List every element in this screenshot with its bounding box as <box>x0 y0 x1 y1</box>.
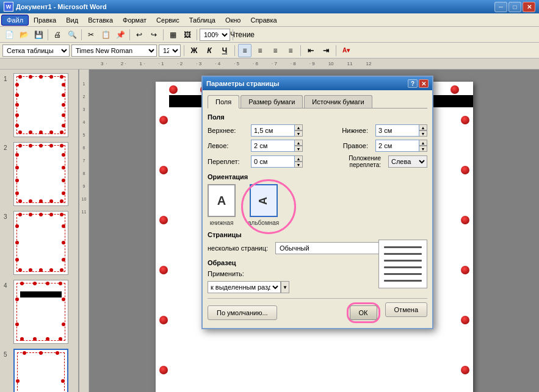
page-thumbnail-2[interactable] <box>13 142 68 206</box>
sep-format3 <box>300 45 301 56</box>
top-down[interactable]: ▼ <box>294 130 303 137</box>
gutter-value[interactable]: 0 см <box>251 155 295 168</box>
page-setup-dialog: Параметры страницы ? ✕ Поля Размер бумаг… <box>201 76 433 329</box>
bottom-up[interactable]: ▲ <box>419 124 427 130</box>
bold-button[interactable]: Ж <box>187 44 201 57</box>
align-center-button[interactable]: ≡ <box>253 44 267 57</box>
menu-window[interactable]: Окно <box>220 15 246 25</box>
close-button[interactable]: ✕ <box>523 2 535 12</box>
undo-button[interactable]: ↩ <box>132 28 146 41</box>
orientation-buttons: A книжная A альбомная <box>208 184 427 226</box>
maximize-button[interactable]: □ <box>508 2 521 12</box>
separator5 <box>197 29 197 40</box>
preview-line-4 <box>384 266 422 268</box>
menu-insert[interactable]: Вставка <box>83 15 118 25</box>
bottom-down[interactable]: ▼ <box>419 130 427 137</box>
menu-tools[interactable]: Сервис <box>151 15 184 25</box>
align-right-button[interactable]: ≡ <box>269 44 282 57</box>
left-label: Левое: <box>208 142 247 149</box>
menu-table[interactable]: Таблица <box>184 15 220 25</box>
underline-button[interactable]: Ч <box>218 44 231 57</box>
thumb-border-1 <box>16 76 65 134</box>
open-button[interactable]: 📂 <box>17 28 31 41</box>
cancel-button[interactable]: Отмена <box>385 302 427 317</box>
apply-label: Применить: <box>208 270 244 277</box>
right-up[interactable]: ▲ <box>419 140 427 146</box>
left-value[interactable]: 2 см <box>251 140 295 152</box>
insert-table-button[interactable]: ▦ <box>166 28 179 41</box>
gutter-down[interactable]: ▼ <box>294 162 303 168</box>
menu-edit[interactable]: Правка <box>29 15 61 25</box>
ok-button[interactable]: ОК <box>350 305 377 320</box>
apply-input-row: к выделенным раздел ▼ <box>208 281 289 293</box>
font-select[interactable]: Times New Roman <box>71 45 157 57</box>
copy-button[interactable]: 📋 <box>99 28 112 41</box>
left-down[interactable]: ▼ <box>294 146 303 152</box>
page-thumbnail-4[interactable] <box>13 280 68 344</box>
paste-button[interactable]: 📌 <box>114 28 127 41</box>
menu-format[interactable]: Формат <box>118 15 151 25</box>
bottom-value[interactable]: 3 см <box>375 124 419 137</box>
dialog-body: Поля Размер бумаги Источник бумаги Поля … <box>203 90 432 328</box>
top-value[interactable]: 1,5 см <box>251 124 295 137</box>
dialog-titlebar: Параметры страницы ? ✕ <box>203 77 432 90</box>
gutter-pos-select[interactable]: Слева <box>388 155 427 168</box>
tab-paper-size[interactable]: Размер бумаги <box>241 95 303 108</box>
zoom-group: 100% <box>200 29 230 41</box>
indent-inc-button[interactable]: ⇥ <box>319 44 333 57</box>
minimize-button[interactable]: ─ <box>494 2 507 12</box>
page-thumbnail-1[interactable] <box>13 73 68 137</box>
align-justify-button[interactable]: ≡ <box>284 44 297 57</box>
reading-view-label: Чтение <box>230 30 255 39</box>
zoom-select[interactable]: 100% <box>200 29 230 41</box>
redo-button[interactable]: ↪ <box>147 28 161 41</box>
gutter-up[interactable]: ▲ <box>294 155 303 162</box>
print-button[interactable]: 🖨 <box>51 28 64 41</box>
new-button[interactable]: 📄 <box>2 28 16 41</box>
apply-select[interactable]: к выделенным раздел <box>208 281 281 293</box>
apply-dropdown-btn[interactable]: ▼ <box>281 281 289 293</box>
menu-file[interactable]: Файл <box>1 15 29 26</box>
align-left-button[interactable]: ≡ <box>238 44 251 57</box>
thumb-container-2: 2 <box>4 142 74 206</box>
save-button[interactable]: 💾 <box>32 28 45 41</box>
thumb-apples-right-1 <box>62 80 67 130</box>
landscape-button[interactable]: A альбомная <box>248 184 279 226</box>
left-right-row: Левое: 2 см ▲ ▼ Правое: 2 см <box>208 140 427 152</box>
right-input-group: 2 см ▲ ▼ <box>375 140 427 152</box>
ok-cancel-group: ОК Отмена <box>347 302 427 323</box>
left-up[interactable]: ▲ <box>294 140 303 146</box>
preview-line-2 <box>384 253 422 255</box>
indent-dec-button[interactable]: ⇤ <box>304 44 317 57</box>
thumb-number-5: 5 <box>4 351 11 358</box>
default-button[interactable]: По умолчанию... <box>208 305 277 320</box>
separator4 <box>163 29 164 40</box>
right-value[interactable]: 2 см <box>375 140 419 152</box>
separator3 <box>129 29 130 40</box>
italic-button[interactable]: К <box>203 44 216 57</box>
font-color-button[interactable]: A▾ <box>339 44 353 57</box>
portrait-icon: A <box>208 184 236 217</box>
gutter-pos-label: Положение переплета: <box>324 155 385 168</box>
top-label: Верхнее: <box>208 127 247 134</box>
menu-help[interactable]: Справка <box>245 15 281 25</box>
page-thumbnail-3[interactable] <box>13 211 68 275</box>
right-down[interactable]: ▼ <box>419 146 427 152</box>
font-size-select[interactable]: 12 <box>159 45 181 57</box>
style-select[interactable]: Сетка таблицы <box>2 45 70 57</box>
cut-button[interactable]: ✂ <box>84 28 98 41</box>
print-preview-button[interactable]: 🔍 <box>65 28 79 41</box>
tab-paper-source[interactable]: Источник бумаги <box>304 95 372 108</box>
dialog-close-button[interactable]: ✕ <box>419 79 429 88</box>
tab-fields[interactable]: Поля <box>208 95 239 109</box>
top-up[interactable]: ▲ <box>294 124 303 130</box>
insert-image-button[interactable]: 🖼 <box>181 28 194 41</box>
reading-view-button[interactable]: Чтение <box>236 28 249 41</box>
bottom-input-group: 3 см ▲ ▼ <box>375 124 427 137</box>
menu-view[interactable]: Вид <box>61 15 83 25</box>
apply-row: Применить: <box>208 270 289 277</box>
portrait-button[interactable]: A книжная <box>208 184 236 226</box>
preview-section: Образец Применить: к выделенным раздел ▼ <box>208 259 427 293</box>
page-thumbnail-5[interactable] <box>13 349 68 392</box>
dialog-help-button[interactable]: ? <box>408 79 418 88</box>
